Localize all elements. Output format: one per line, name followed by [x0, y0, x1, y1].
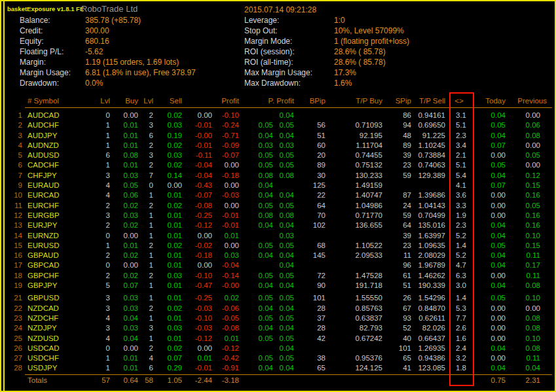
cell-tp-buy: 0.63837: [327, 313, 384, 323]
cell-today: 0.00: [472, 271, 507, 281]
cell-tp-sell: 0.70499: [413, 211, 447, 221]
cell-buy-pips: [295, 111, 327, 120]
cell-row-number: [7, 376, 24, 385]
table-row: 28USDJPY10.0160.29-0.01-0.910.040.046512…: [7, 363, 542, 373]
cell-spread: 5.2: [447, 231, 472, 241]
cell-tp-sell: 1.63997: [413, 231, 447, 241]
cell-buy-lots: 0.04: [111, 334, 139, 344]
cell-buy-potential-profit: [240, 376, 274, 385]
cell-sell-potential-profit: 0.05: [274, 120, 295, 130]
cell-buy-level: 3: [88, 323, 111, 333]
cell-row-number: 11: [7, 201, 24, 211]
table-row: 23NZDCHF40.0410.01-0.10-0.050.050.05370.…: [7, 313, 542, 323]
cell-buy-potential-profit: 0.05: [240, 160, 274, 170]
cell-tp-buy: 0.71093: [327, 120, 384, 130]
cell-sell-pips: 40: [384, 334, 413, 344]
cell-buy-level: 3: [88, 293, 111, 303]
stat-label: ROI (all-time):: [244, 57, 334, 67]
cell-sell-level: 6: [139, 363, 155, 373]
cell-sell-profit: -0.05: [213, 313, 240, 323]
cell-spread: 4.7: [447, 260, 472, 270]
cell-previous: 0.10: [507, 334, 542, 344]
cell-buy-profit: 0.00: [183, 344, 213, 353]
cell-tp-sell: 0.69650: [413, 120, 447, 130]
cell-buy-lots: 0.01: [111, 141, 139, 151]
cell-sell-level: 58: [139, 376, 155, 385]
cell-sell-lots: 0.01: [155, 251, 183, 260]
cell-buy-potential-profit: 0.05: [240, 151, 274, 160]
cell-buy-lots: 0.07: [111, 281, 139, 291]
table-row: 2AUDCHF10.0130.03-0.01-0.240.050.05560.7…: [7, 120, 542, 130]
cell-symbol: EURAUD: [24, 181, 88, 190]
cell-sell-pips: 94: [384, 120, 413, 130]
cell-sell-level: 1: [139, 281, 155, 291]
cell-tp-sell: 82.026: [413, 323, 447, 333]
cell-buy-potential-profit: 0.04: [240, 131, 274, 141]
cell-sell-lots: 0.03: [155, 323, 183, 333]
cell-symbol: NZDUSD: [24, 334, 88, 344]
cell-buy-lots: 0.08: [111, 151, 139, 160]
cell-buy-level: 2: [88, 221, 111, 230]
cell-symbol: USDCAD: [24, 344, 88, 353]
table-header-sell-level: Lvl: [139, 96, 155, 107]
cell-buy-potential-profit: 0.05: [240, 201, 274, 211]
stat-value: -5.62: [85, 47, 103, 56]
cell-symbol: GBPAUD: [24, 251, 88, 260]
cell-buy-profit: 0.00: [183, 111, 213, 120]
cell-sell-profit: -0.10: [213, 111, 240, 120]
cell-sell-level: 4: [139, 353, 155, 363]
cell-symbol: NZDCHF: [24, 313, 88, 323]
table-row: 6CADCHF10.0120.02-0.040.000.050.05890.75…: [7, 160, 542, 170]
cell-tp-buy: [327, 376, 384, 385]
cell-buy-lots: 0.03: [111, 171, 139, 181]
cell-sell-lots: 0.01: [155, 190, 183, 200]
cell-sell-profit: -0.42: [213, 353, 240, 363]
stat-max-drawdown: Max Drawdown:1.6%: [244, 78, 409, 88]
cell-sell-profit: -0.01: [213, 221, 240, 230]
cell-spread: 2.1: [447, 151, 472, 160]
stat-stop-out: Stop Out:10%, Level 57099%: [244, 26, 409, 36]
cell-sell-profit: 0.00: [213, 241, 240, 251]
cell-tp-buy: 92.195: [327, 131, 384, 141]
cell-sell-potential-profit: 0.04: [274, 221, 295, 230]
cell-tp-buy: 0.85763: [327, 304, 384, 313]
cell-sell-pips: 48: [384, 131, 413, 141]
cell-sell-potential-profit: 0.05: [274, 271, 295, 281]
table-header-potential-profit: P. Profit: [240, 96, 295, 107]
cell-previous: 0.05: [507, 201, 542, 211]
cell-previous: 0.00: [507, 111, 542, 120]
cell-row-number: 5: [7, 151, 24, 160]
cell-tp-buy: 2.09533: [327, 251, 384, 260]
cell-sell-potential-profit: [274, 376, 295, 385]
cell-row-number: 10: [7, 190, 24, 200]
cell-sell-pips: 93: [384, 313, 413, 323]
cell-buy-lots: 0.00: [111, 111, 139, 120]
cell-sell-pips: 23: [384, 241, 413, 251]
cell-symbol: EURGBP: [24, 211, 88, 221]
cell-buy-pips: 72: [295, 271, 327, 281]
cell-tp-sell: 1.26935: [413, 344, 447, 353]
cell-row-number: 13: [7, 221, 24, 230]
cell-previous: 0.16: [507, 211, 542, 221]
table-row: 10EURCAD40.0610.01-0.07-0.030.040.04221.…: [7, 190, 542, 200]
cell-sell-level: 1: [139, 231, 155, 241]
cell-today: 0.04: [472, 131, 507, 141]
totals-separator-line: [25, 374, 552, 375]
stat-value: 1.6%: [334, 79, 352, 88]
table-rows: 1AUDCAD00.0020.020.00-0.100.04860.941613…: [7, 111, 542, 374]
frame-left-line: [3, 1, 5, 391]
cell-row-number: 22: [7, 304, 24, 313]
cell-sell-lots: 0.14: [155, 171, 183, 181]
cell-row-number: 7: [7, 171, 24, 181]
cell-spread: 1.9: [447, 211, 472, 221]
cell-buy-level: 1: [88, 120, 111, 130]
cell-buy-lots: 0.02: [111, 251, 139, 260]
cell-symbol: NZDJPY: [24, 323, 88, 333]
cell-tp-buy: 1.04986: [327, 201, 384, 211]
stat-leverage: Leverage:1:0: [244, 15, 409, 26]
table-header-row: # Symbol Lvl Buy Lvl Sell Profit P. Prof…: [7, 96, 542, 107]
cell-sell-pips: [384, 376, 413, 385]
cell-sell-level: 2: [139, 201, 155, 211]
cell-tp-buy: 0.71770: [327, 211, 384, 221]
cell-sell-potential-profit: 0.05: [274, 334, 295, 344]
